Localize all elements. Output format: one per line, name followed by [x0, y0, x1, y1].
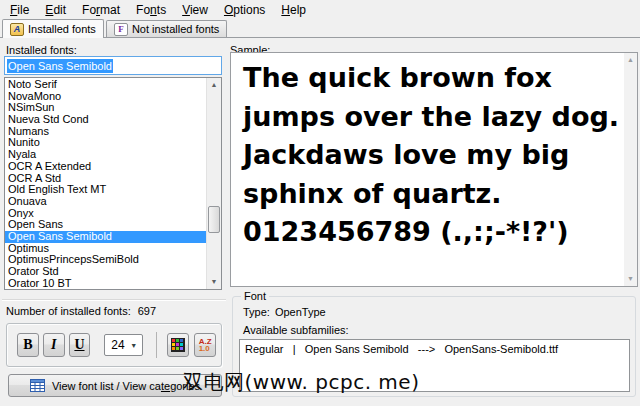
sort-fonts-button[interactable]: A.Z 1.0 [194, 333, 216, 357]
bold-button[interactable]: B [17, 333, 39, 357]
menu-format[interactable]: Format [74, 1, 128, 19]
sample-line: Jackdaws love my big [243, 136, 617, 175]
font-list-item[interactable]: Open Sans [5, 219, 206, 231]
sort-az-icon: A.Z 1.0 [199, 338, 212, 352]
font-list-item[interactable]: NovaMono [5, 91, 206, 103]
font-list-item[interactable]: Noto Serif [5, 79, 206, 91]
subfamilies-label: Available subfamilies: [243, 324, 349, 336]
font-list-item[interactable]: OCR A Std [5, 173, 206, 185]
font-size-value: 24 [105, 335, 125, 355]
font-name-input-value: Open Sans Semibold [7, 59, 113, 73]
menu-options[interactable]: Options [216, 1, 273, 19]
font-name-input[interactable]: Open Sans Semibold [4, 56, 222, 75]
toolbar-separator [156, 332, 157, 358]
font-list-item[interactable]: OCR A Extended [5, 161, 206, 173]
sample-box: The quick brown foxjumps over the lazy d… [230, 52, 638, 287]
font-list-item[interactable]: Orator Std [5, 266, 206, 278]
menu-view[interactable]: View [174, 1, 216, 19]
scrollbar-thumb[interactable] [208, 206, 220, 233]
scroll-up-icon[interactable]: ▲ [207, 78, 221, 92]
sample-line: jumps over the lazy dog. [243, 98, 617, 137]
scroll-down-icon[interactable]: ▼ [624, 272, 637, 286]
view-button-label: View font list / View categories [52, 380, 200, 392]
font-group-label: Font [241, 290, 269, 302]
watermark-text: 双电网(www. pcpc. me) [183, 369, 419, 396]
table-icon [30, 379, 45, 392]
sample-text: The quick brown foxjumps over the lazy d… [243, 59, 617, 252]
installed-count-label: Number of installed fonts: [6, 305, 131, 317]
font-list-item[interactable]: Onuava [5, 196, 206, 208]
sample-line: The quick brown fox [243, 59, 617, 98]
font-size-combobox[interactable]: 24 ▼ [104, 334, 142, 356]
tab-strip: A Installed fonts F Not installed fonts [0, 19, 640, 38]
font-list-item[interactable]: Old English Text MT [5, 184, 206, 196]
tab-installed-fonts-label: Installed fonts [28, 23, 96, 35]
menu-help[interactable]: Help [273, 1, 314, 19]
font-type-value: OpenType [275, 306, 326, 318]
menu-edit[interactable]: Edit [37, 1, 74, 19]
font-list-item[interactable]: Open Sans Semibold [5, 231, 206, 243]
font-list-item[interactable]: OptimusPrincepsSemiBold [5, 254, 206, 266]
sample-line: sphinx of quartz. [243, 175, 617, 214]
tab-installed-fonts[interactable]: A Installed fonts [2, 19, 104, 38]
scroll-down-icon[interactable]: ▼ [207, 275, 221, 289]
combo-arrow-icon[interactable]: ▼ [126, 335, 142, 355]
font-list-item[interactable]: Onyx [5, 208, 206, 220]
font-list-item[interactable]: Orator 10 BT [5, 278, 206, 290]
scroll-up-icon[interactable]: ▲ [624, 53, 637, 67]
format-toolbar: B I U 24 ▼ A.Z 1.0 [6, 323, 222, 367]
not-installed-fonts-icon: F [114, 23, 128, 36]
font-list-scrollbar[interactable]: ▲ ▼ [206, 78, 221, 289]
installed-count-value: 697 [138, 305, 156, 317]
font-list-item[interactable]: NSimSun [5, 102, 206, 114]
font-list-item[interactable]: Numans [5, 126, 206, 138]
installed-count: Number of installed fonts:697 [6, 305, 156, 317]
tab-not-installed-fonts-label: Not installed fonts [132, 23, 219, 35]
font-list[interactable]: Noto SerifNovaMonoNSimSunNueva Std CondN… [4, 77, 222, 290]
sample-scrollbar[interactable]: ▲ ▼ [624, 53, 637, 286]
font-type-label: Type: [243, 306, 270, 318]
sample-line: 0123456789 (.,:;-*!?') [243, 213, 617, 252]
installed-fonts-icon: A [10, 23, 24, 36]
font-type-row: Type:OpenType [243, 306, 326, 318]
font-list-rows: Noto SerifNovaMonoNSimSunNueva Std CondN… [5, 79, 206, 289]
character-map-icon [171, 338, 185, 352]
font-list-item[interactable]: Nyala [5, 149, 206, 161]
installed-fonts-label: Installed fonts: [6, 44, 77, 56]
menu-fonts[interactable]: Fonts [128, 1, 174, 19]
subfamily-row[interactable]: Regular | Open Sans Semibold ---> OpenSa… [240, 340, 629, 358]
italic-button[interactable]: I [43, 333, 65, 357]
tab-not-installed-fonts[interactable]: F Not installed fonts [106, 20, 227, 37]
font-list-item[interactable]: Nunito [5, 137, 206, 149]
left-separator [2, 299, 226, 301]
underline-button[interactable]: U [69, 333, 91, 357]
font-list-item[interactable]: Optimus [5, 243, 206, 255]
font-list-item[interactable]: Nueva Std Cond [5, 114, 206, 126]
character-map-button[interactable] [167, 333, 189, 357]
menu-file[interactable]: File [2, 1, 37, 19]
menubar: FileEditFormatFontsViewOptionsHelp [0, 0, 640, 19]
